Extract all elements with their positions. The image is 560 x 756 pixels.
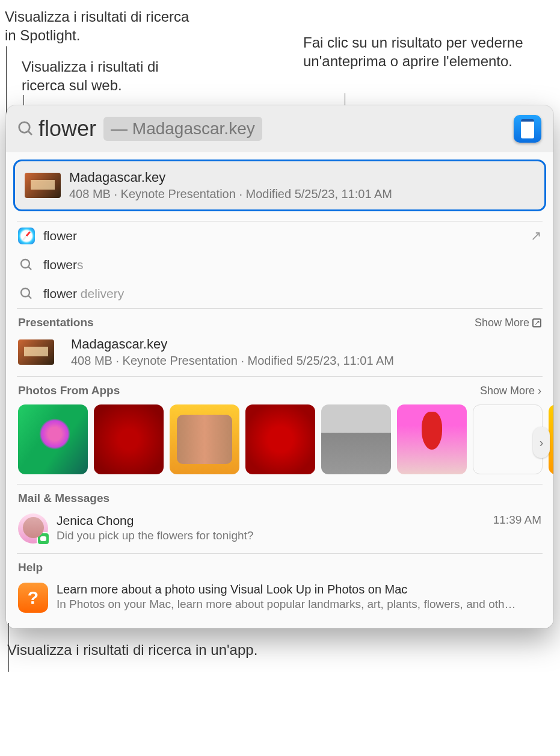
help-icon: ?	[18, 583, 48, 613]
help-title: Learn more about a photo using Visual Lo…	[57, 583, 520, 596]
svg-line-3	[28, 267, 31, 270]
web-search-text: flower	[43, 229, 77, 243]
keynote-app-icon[interactable]	[512, 114, 543, 144]
section-heading-help: Help	[18, 561, 43, 574]
suggestion-row[interactable]: flower delivery	[6, 279, 553, 308]
svg-point-4	[21, 288, 29, 297]
svg-line-5	[28, 296, 31, 299]
presentation-title: Madagascar.key	[71, 336, 394, 352]
help-result-item[interactable]: ? Learn more about a photo using Visual …	[6, 578, 553, 615]
callout-web-results: Visualizza i risultati di ricerca sul we…	[22, 57, 202, 94]
photo-thumbnail[interactable]	[321, 404, 391, 474]
search-inline-suggestion[interactable]: — Madagascar.key	[103, 117, 262, 141]
photo-thumbnail[interactable]	[18, 404, 88, 474]
web-search-row[interactable]: flower ↗	[6, 222, 553, 250]
message-preview: Did you pick up the flowers for tonight?	[57, 529, 485, 542]
svg-point-0	[19, 122, 30, 133]
message-result-item[interactable]: Jenica Chong Did you pick up the flowers…	[6, 509, 553, 553]
photos-strip: ›	[6, 401, 553, 484]
help-sub: In Photos on your Mac, learn more about …	[57, 598, 520, 611]
keynote-thumbnail-icon	[18, 339, 54, 365]
photo-thumbnail[interactable]	[94, 404, 164, 474]
show-more-button[interactable]: Show More ↗	[475, 317, 541, 329]
photos-scroll-right-button[interactable]: ›	[533, 427, 550, 458]
photo-thumbnail[interactable]	[397, 404, 467, 474]
search-bar[interactable]: flower — Madagascar.key	[6, 105, 553, 152]
search-icon	[17, 120, 35, 138]
message-sender: Jenica Chong	[57, 513, 485, 528]
callout-app-results: Visualizza i risultati di ricerca in un'…	[7, 642, 560, 658]
presentation-meta: 408 MB · Keynote Presentation · Modified…	[71, 354, 394, 368]
section-heading-presentations: Presentations	[18, 316, 94, 329]
safari-icon	[18, 228, 35, 244]
photo-thumbnail[interactable]	[170, 404, 239, 474]
message-time: 11:39 AM	[493, 513, 541, 527]
keynote-thumbnail-icon	[25, 173, 61, 198]
messages-app-badge-icon	[37, 532, 50, 545]
search-icon	[18, 256, 35, 273]
search-query: flower	[38, 116, 96, 141]
show-more-button[interactable]: Show More ›	[480, 385, 541, 397]
presentation-result-item[interactable]: Madagascar.key 408 MB · Keynote Presenta…	[6, 333, 553, 376]
svg-line-1	[28, 131, 32, 135]
callout-spotlight-results: Visualizza i risultati di ricerca in Spo…	[5, 7, 197, 45]
photo-thumbnail[interactable]	[245, 404, 315, 474]
search-icon	[18, 285, 35, 302]
avatar	[18, 513, 48, 544]
top-result-meta: 408 MB · Keynote Presentation · Modified…	[69, 187, 392, 201]
chevron-right-icon: ›	[538, 385, 541, 397]
callout-click-result: Fai clic su un risultato per vederne un'…	[303, 33, 544, 70]
suggestion-text: flowers	[43, 258, 84, 272]
open-window-icon: ↗	[532, 318, 541, 327]
svg-point-2	[21, 259, 29, 268]
section-heading-mail: Mail & Messages	[18, 492, 109, 505]
section-heading-photos: Photos From Apps	[18, 384, 120, 397]
top-result-title: Madagascar.key	[69, 170, 392, 185]
photo-thumbnail[interactable]	[473, 404, 543, 474]
spotlight-window: flower — Madagascar.key Madagascar.key 4…	[6, 105, 553, 628]
open-link-icon: ↗	[531, 228, 541, 244]
top-result-item[interactable]: Madagascar.key 408 MB · Keynote Presenta…	[13, 160, 546, 211]
suggestion-text: flower delivery	[43, 287, 124, 301]
suggestion-row[interactable]: flowers	[6, 250, 553, 279]
